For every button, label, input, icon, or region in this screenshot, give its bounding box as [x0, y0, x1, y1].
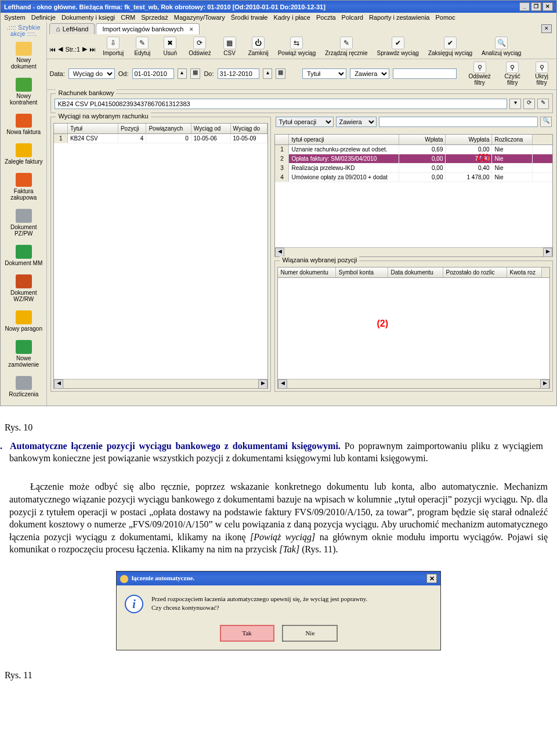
account-legend: Rachunek bankowy [56, 89, 116, 96]
yes-button[interactable]: Tak [220, 625, 274, 642]
refresh-icon[interactable]: ⟳ [523, 99, 535, 109]
quick-action-item[interactable]: Nowy paragon [2, 308, 45, 338]
nav-prev-icon[interactable]: ◀ [58, 45, 63, 53]
column-header[interactable]: Wpłata [399, 135, 446, 144]
toolbar-button[interactable]: ⇆Powiąż wyciąg [276, 35, 319, 57]
minimize-icon[interactable]: _ [519, 2, 530, 11]
nav-last-icon[interactable]: ⏭ [89, 46, 96, 53]
filter-zawiera-select[interactable]: Zawiera [350, 68, 389, 79]
quick-action-item[interactable]: Nowy kontrahent [2, 75, 45, 111]
spin-up-icon[interactable]: ▴ [178, 68, 187, 79]
toolbar-button[interactable]: ⟳Odśwież [186, 35, 213, 57]
toolbar-button[interactable]: ✔Sprawdz wyciąg [375, 35, 421, 57]
quick-action-icon [16, 114, 32, 128]
column-header[interactable]: Numer dokumentu [278, 267, 336, 277]
menu-item[interactable]: CRM [121, 14, 135, 21]
column-header[interactable]: Wyciąg od [191, 124, 231, 133]
scroll-left-icon[interactable]: ◀ [278, 379, 287, 389]
nav-first-icon[interactable]: ⏮ [49, 46, 56, 53]
quick-action-item[interactable]: Zaległe faktury [2, 141, 45, 171]
menu-item[interactable]: Definicje [31, 14, 56, 21]
scroll-left-icon[interactable]: ◀ [54, 379, 63, 389]
calendar-icon[interactable]: ▦ [276, 68, 285, 79]
scroll-left-icon[interactable]: ◀ [275, 248, 284, 257]
filter-data-select[interactable]: Wyciąg do [68, 68, 115, 79]
column-header[interactable] [275, 135, 289, 144]
quick-action-item[interactable]: Dokument MM [2, 243, 45, 272]
column-header[interactable]: Symbol konta [336, 267, 388, 277]
menu-item[interactable]: Dokumenty i księgi [62, 14, 115, 21]
menu-item[interactable]: Kadry i płace [273, 14, 310, 21]
table-row[interactable]: 3Realizacja przelewu-IKD0,000,40Nie [275, 164, 552, 173]
scroll-right-icon[interactable]: ▶ [543, 248, 552, 257]
edit-icon[interactable]: ✎ [537, 99, 549, 109]
filter-do-input[interactable] [218, 68, 259, 79]
toolbar-button[interactable]: ✎Zrządzaj ręcznie [323, 35, 370, 57]
tab-close-icon[interactable]: × [189, 26, 193, 32]
toolbar-button[interactable]: ⇩Importuj [100, 35, 126, 57]
column-header[interactable]: Data dokumentu [388, 267, 443, 277]
quick-action-item[interactable]: Nowy dokument [2, 39, 45, 75]
toolbar-button[interactable]: ⏻Zamknij [246, 35, 271, 57]
maximize-icon[interactable]: ❐ [531, 2, 541, 11]
toolbar-button[interactable]: ▦CSV [218, 35, 241, 57]
toolbar-button[interactable]: 🔍Analizuj wyciąg [479, 35, 523, 57]
ops-filter-input[interactable] [379, 117, 538, 127]
column-header[interactable]: Wyciąg do [231, 124, 268, 133]
quick-action-icon [16, 376, 32, 390]
menu-item[interactable]: Sprzedaż [141, 14, 168, 21]
account-input[interactable] [55, 99, 507, 109]
no-button[interactable]: Nie [283, 625, 337, 641]
menu-item[interactable]: Magazyny/Towary [174, 14, 225, 21]
column-header[interactable]: Wypłata [446, 135, 492, 144]
quick-action-item[interactable]: Dokument WZ/RW [2, 272, 45, 308]
filter-od-input[interactable] [132, 68, 174, 79]
filter-button[interactable]: ⚲Odśwież filtry [464, 62, 495, 86]
filter-tytul-select[interactable]: Tytuł [302, 68, 346, 79]
tab-import[interactable]: Import wyciągów bankowych × [96, 23, 199, 34]
calendar-icon[interactable]: ▦ [190, 68, 200, 79]
quick-action-item[interactable]: Dokument PZ/PW [2, 207, 45, 243]
spin-up-icon[interactable]: ▴ [263, 68, 273, 79]
column-header[interactable]: Rozliczona [492, 135, 533, 144]
column-header[interactable]: Pozostało do rozlic [443, 267, 507, 277]
filter-button[interactable]: ⚲Ukryj filtry [529, 62, 554, 86]
menu-item[interactable]: Raporty i zestawienia [369, 14, 430, 21]
table-row[interactable]: 2Opłata faktury: SM/0235/04/20100,0077,9… [275, 154, 552, 164]
close-icon[interactable]: ✕ [542, 2, 553, 11]
menu-item[interactable]: Polcard [342, 14, 363, 21]
toolbar-button[interactable]: ✖Usuń [158, 35, 182, 57]
quick-action-item[interactable]: Rozliczenia [2, 374, 45, 403]
column-header[interactable]: Kwota roz [507, 267, 542, 277]
scroll-right-icon[interactable]: ▶ [258, 379, 267, 389]
toolbar-button[interactable]: ✔Zaksięguj wyciąg [426, 35, 475, 57]
filter-text-input[interactable] [393, 68, 457, 79]
menu-item[interactable]: Pomoc [435, 14, 455, 21]
table-row[interactable]: 4Umówione opłaty za 09/2010 + dodat0,001… [275, 173, 552, 182]
ops-filter-mode[interactable]: Zawiera [336, 117, 377, 127]
search-icon[interactable]: 🔍 [540, 117, 552, 127]
column-header[interactable]: tytuł operacji [289, 135, 399, 144]
menu-item[interactable]: Środki trwałe [231, 14, 268, 21]
quick-action-item[interactable]: Nowe zamówienie [2, 338, 45, 374]
table-row[interactable]: 1Uznanie rachunku-przelew aut odset.0,69… [275, 145, 552, 154]
scroll-right-icon[interactable]: ▶ [540, 379, 549, 389]
dropdown-icon[interactable]: ▾ [509, 99, 521, 109]
menu-item[interactable]: Poczta [316, 14, 336, 21]
tabs-close-icon[interactable]: ✕ [541, 24, 552, 33]
quick-action-item[interactable]: Faktura zakupowa [2, 171, 45, 207]
filter-od-label: Od: [118, 70, 129, 77]
column-header[interactable] [54, 124, 67, 133]
table-row[interactable]: 1KB24 CSV4010-05-0610-05-09 [54, 134, 267, 143]
quick-action-item[interactable]: Nowa faktura [2, 111, 45, 141]
dialog-close-icon[interactable]: ✕ [426, 574, 437, 583]
nav-next-icon[interactable]: ▶ [82, 45, 87, 53]
menu-item[interactable]: System [4, 14, 26, 21]
tab-lefthand[interactable]: ⌂ LeftHand [49, 23, 95, 34]
column-header[interactable]: Tytuł [68, 124, 118, 133]
ops-filter-field[interactable]: Tytuł operacji [276, 117, 334, 127]
filter-button[interactable]: ⚲Czyść filtry [499, 62, 526, 86]
column-header[interactable]: Pozycji [118, 124, 146, 133]
toolbar-button[interactable]: ✎Edytuj [131, 35, 154, 57]
column-header[interactable]: Powiązanych [146, 124, 191, 133]
